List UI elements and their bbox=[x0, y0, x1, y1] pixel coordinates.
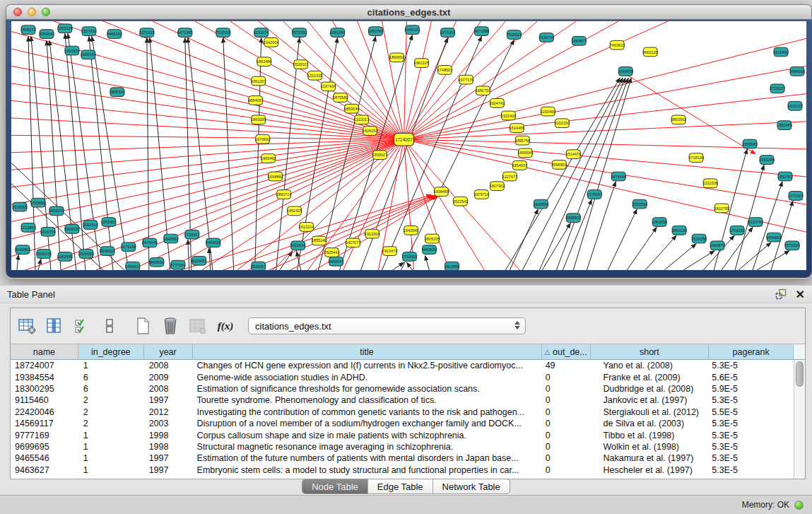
graph-edge[interactable] bbox=[664, 244, 696, 270]
cell-in_degree: 2 bbox=[78, 395, 144, 405]
graph-edge-selected[interactable] bbox=[623, 72, 755, 153]
graph-node-label: 1852761 bbox=[777, 175, 792, 179]
tab-edge-table[interactable]: Edge Table bbox=[368, 479, 433, 493]
table-row[interactable]: 911546021997Tourette syndrome. Phenomeno… bbox=[11, 395, 794, 406]
graph-edge[interactable] bbox=[608, 209, 637, 270]
graph-edge-selected[interactable] bbox=[54, 21, 404, 139]
float-panel-icon[interactable] bbox=[775, 288, 787, 300]
table-row[interactable]: 2242004622012Investigating the contribut… bbox=[11, 407, 794, 418]
graph-edge-selected[interactable] bbox=[404, 94, 806, 140]
vertical-scrollbar[interactable] bbox=[794, 360, 805, 479]
table-row[interactable]: 946554611997Estimation of the future num… bbox=[11, 452, 794, 464]
graph-edge-selected[interactable] bbox=[404, 21, 669, 139]
tab-network-table[interactable]: Network Table bbox=[433, 479, 510, 493]
window-titlebar[interactable]: citations_edges.txt bbox=[6, 4, 812, 20]
graph-edge[interactable] bbox=[522, 78, 623, 270]
cell-year: 1997 bbox=[144, 465, 193, 475]
column-header-name[interactable]: name bbox=[11, 344, 78, 359]
select-all-button[interactable] bbox=[73, 317, 91, 335]
graph-edge-selected[interactable] bbox=[404, 21, 432, 139]
graph-edge[interactable] bbox=[645, 235, 676, 270]
cell-out_degree: 0 bbox=[542, 465, 591, 475]
graph-node-label: 1854937 bbox=[512, 163, 527, 168]
graph-edge-selected[interactable] bbox=[181, 194, 432, 270]
cell-out_degree: 0 bbox=[542, 407, 591, 417]
graph-edge[interactable] bbox=[627, 227, 657, 270]
network-canvas[interactable]: 1905572206914010653281527602646616010719… bbox=[11, 21, 806, 270]
table-row[interactable]: 1830029562008Estimation of significance … bbox=[11, 383, 794, 395]
table-row[interactable]: 977716911998Corpus callosum shape and si… bbox=[11, 429, 794, 440]
clear-selection-button[interactable] bbox=[100, 317, 119, 335]
cell-in_degree: 1 bbox=[78, 442, 144, 452]
tab-node-table[interactable]: Node Table bbox=[302, 479, 368, 493]
cell-year: 2009 bbox=[144, 373, 193, 382]
graph-node-label: 2526055 bbox=[12, 205, 27, 209]
graph-node-label: 1071916 bbox=[440, 30, 455, 35]
graph-node-label: 1852486 bbox=[257, 59, 271, 64]
graph-edge[interactable] bbox=[17, 255, 18, 270]
graph-node-label: 7913470 bbox=[382, 249, 397, 253]
graph-edge[interactable] bbox=[757, 251, 789, 270]
graph-edge-selected[interactable] bbox=[11, 139, 404, 187]
graph-node-label: 1456911 bbox=[125, 264, 140, 269]
graph-node-label: 1427077 bbox=[346, 240, 360, 245]
show-columns-button[interactable] bbox=[45, 317, 64, 335]
cell-out_degree: 49 bbox=[542, 361, 591, 370]
column-header-in_degree[interactable]: in_degree bbox=[78, 344, 144, 359]
zoom-window-button[interactable] bbox=[42, 8, 50, 16]
graph-edge[interactable] bbox=[563, 199, 592, 270]
column-header-short[interactable]: short bbox=[591, 344, 710, 359]
close-window-button[interactable] bbox=[13, 8, 22, 16]
dropdown-arrows-icon bbox=[514, 321, 520, 329]
graph-edge[interactable] bbox=[542, 223, 570, 270]
graph-edge[interactable] bbox=[505, 78, 620, 270]
graph-node-label: 4671385 bbox=[177, 30, 192, 35]
graph-edge[interactable] bbox=[255, 37, 261, 270]
graph-edge-selected[interactable] bbox=[404, 21, 407, 139]
graph-edge[interactable] bbox=[65, 34, 86, 270]
graph-edge[interactable] bbox=[510, 209, 538, 270]
table-row[interactable]: 946362711997Embryonic stem cells: a mode… bbox=[11, 465, 794, 476]
graph-edge-selected[interactable] bbox=[404, 139, 414, 270]
new-column-button[interactable] bbox=[134, 317, 152, 335]
table-row[interactable]: 1938455462009Genome-wide association stu… bbox=[11, 371, 794, 382]
table-row[interactable]: 1872400712008Changes of HCN gene express… bbox=[11, 360, 794, 371]
network-view-window: citations_edges.txt 19055722069140106532… bbox=[6, 4, 812, 279]
cell-name: 18300295 bbox=[11, 384, 78, 394]
graph-node-label: 1221536 bbox=[702, 181, 717, 185]
delete-column-button[interactable] bbox=[161, 317, 180, 335]
graph-node-label: 1664877 bbox=[572, 39, 587, 43]
cell-out_degree: 0 bbox=[542, 442, 591, 452]
table-row[interactable]: 1456911722003Disruption of a novel membe… bbox=[11, 418, 794, 429]
graph-edge-selected[interactable] bbox=[96, 139, 404, 270]
status-bar: Memory: OK bbox=[0, 495, 812, 514]
table-selector-dropdown[interactable]: citations_edges.txt bbox=[248, 317, 526, 334]
graph-edge[interactable] bbox=[223, 37, 234, 270]
graph-edge[interactable] bbox=[683, 251, 714, 270]
table-mode-button[interactable] bbox=[18, 317, 36, 335]
column-header-out_degree[interactable]: △out_de... bbox=[542, 344, 591, 359]
column-header-pagerank[interactable]: pagerank bbox=[709, 344, 794, 359]
graph-edge[interactable] bbox=[188, 240, 189, 270]
graph-node-label: 1061207 bbox=[251, 79, 266, 83]
graph-node-label: 8960126 bbox=[671, 228, 686, 233]
minimize-window-button[interactable] bbox=[28, 8, 36, 16]
graph-edge[interactable] bbox=[147, 37, 149, 270]
table-tabbar: Node TableEdge TableNetwork Table bbox=[0, 479, 812, 494]
graph-node-label: 1514469 bbox=[510, 126, 524, 130]
graph-node-label: 9463628 bbox=[206, 240, 220, 245]
graph-edge[interactable] bbox=[425, 255, 429, 270]
cell-name: 19384554 bbox=[11, 373, 78, 382]
column-header-title[interactable]: title bbox=[193, 344, 542, 359]
graph-edge[interactable] bbox=[739, 243, 771, 270]
table-row[interactable]: 969969511998Structural magnetic resonanc… bbox=[11, 441, 794, 452]
function-builder-button[interactable]: f(x) bbox=[216, 317, 235, 335]
graph-edge[interactable] bbox=[393, 262, 404, 270]
graph-edge-selected[interactable] bbox=[404, 139, 806, 204]
graph-edge-selected[interactable] bbox=[11, 139, 404, 221]
graph-edge-selected[interactable] bbox=[11, 139, 404, 153]
close-panel-icon[interactable]: ✕ bbox=[796, 289, 805, 300]
scrollbar-thumb[interactable] bbox=[796, 361, 804, 387]
graph-edge[interactable] bbox=[407, 262, 413, 270]
column-header-year[interactable]: year bbox=[144, 344, 193, 359]
